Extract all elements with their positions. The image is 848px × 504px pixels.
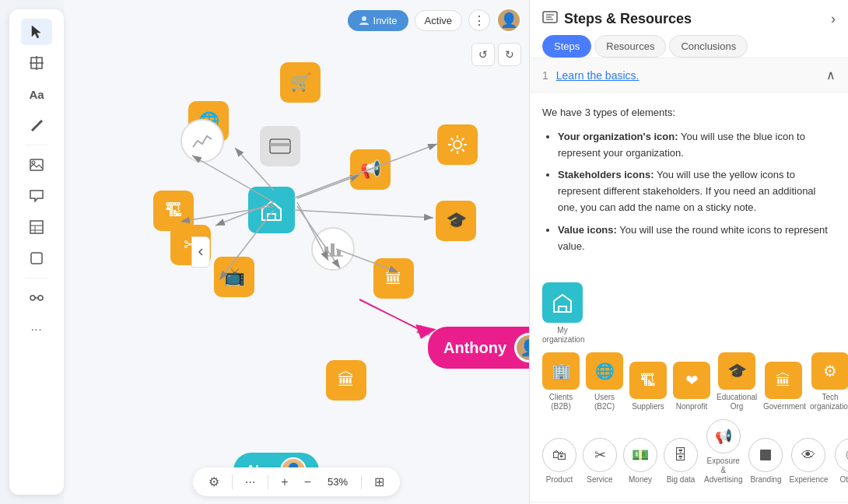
svg-rect-10 bbox=[31, 253, 42, 264]
minus-button[interactable]: − bbox=[301, 474, 314, 491]
icon-suppliers: 🏗 Suppliers bbox=[629, 362, 667, 411]
tool-text[interactable]: Aa bbox=[21, 81, 52, 107]
bullet-2-bold: Stakeholders icons: bbox=[558, 169, 654, 180]
node-temple-right[interactable]: 🏛 bbox=[373, 258, 414, 299]
node-card[interactable] bbox=[260, 126, 300, 166]
icon-nonprofit: ❤ Nonprofit bbox=[673, 362, 710, 411]
icon-government-box: 🏛 bbox=[765, 362, 802, 399]
icon-government: 🏛 Government bbox=[763, 362, 804, 411]
svg-point-13 bbox=[38, 296, 43, 300]
icon-product-box: 🛍 bbox=[542, 438, 576, 472]
icon-experience-label: Experience bbox=[789, 475, 828, 485]
tool-comment[interactable] bbox=[21, 183, 52, 209]
icon-branding-box bbox=[748, 438, 783, 472]
svg-rect-33 bbox=[337, 250, 341, 256]
icon-tech-box: ⚙ bbox=[811, 352, 848, 390]
left-toolbar: Aa ··· bbox=[9, 9, 64, 495]
invite-button[interactable]: Invite bbox=[348, 10, 408, 31]
node-house-teal[interactable] bbox=[248, 187, 295, 233]
panel-expand-button[interactable]: › bbox=[831, 11, 836, 27]
panel-title-row: Steps & Resources › bbox=[542, 11, 836, 27]
divider-3 bbox=[361, 475, 362, 489]
icon-product: 🛍 Product bbox=[542, 438, 576, 485]
icon-tech-label: Tech organizations bbox=[810, 393, 848, 411]
svg-rect-6 bbox=[30, 221, 43, 233]
icon-educational: 🎓 Educational Org bbox=[717, 352, 757, 411]
map-button[interactable]: ⊞ bbox=[371, 473, 387, 491]
node-megaphone[interactable]: 📢 bbox=[350, 149, 391, 190]
tool-pen[interactable] bbox=[21, 112, 52, 138]
icon-money: 💵 Money bbox=[623, 438, 657, 485]
tab-conclusions[interactable]: Conclusions bbox=[669, 35, 748, 58]
anthony-avatar: 👤 bbox=[514, 333, 529, 362]
icon-clients-box: 🏢 bbox=[542, 352, 580, 390]
right-panel: Steps & Resources › Steps Resources Conc… bbox=[529, 0, 848, 504]
icon-others-label: Others bbox=[839, 475, 848, 485]
icon-branding: Branding bbox=[748, 438, 783, 485]
tab-resources[interactable]: Resources bbox=[594, 35, 666, 58]
icon-grid: My organization 🏢 Clients (B2B) 🌐 Users … bbox=[530, 273, 848, 502]
toolbar-divider-1 bbox=[25, 145, 48, 145]
step-1-chevron: ∧ bbox=[826, 68, 836, 82]
icon-educational-box: 🎓 bbox=[718, 352, 755, 390]
my-org-label: My organization bbox=[542, 326, 583, 345]
toolbar-divider-2 bbox=[25, 278, 48, 278]
undo-button[interactable]: ↺ bbox=[471, 43, 495, 66]
icon-suppliers-label: Suppliers bbox=[632, 402, 664, 411]
step-1-header[interactable]: 1 Learn the basics. ∧ bbox=[530, 58, 848, 92]
undo-redo-controls: ↺ ↻ bbox=[471, 43, 521, 66]
icon-exposure-label: Exposure & Advertising bbox=[704, 457, 742, 485]
canvas[interactable]: Invite Active ⋮ 👤 ↺ ↻ bbox=[64, 0, 529, 504]
icon-government-label: Government bbox=[763, 402, 804, 411]
icon-users-box: 🌐 bbox=[586, 352, 623, 390]
add-button[interactable]: + bbox=[278, 474, 291, 491]
svg-rect-29 bbox=[270, 143, 290, 146]
tool-image[interactable] bbox=[21, 152, 52, 178]
active-label: Active bbox=[425, 15, 452, 26]
node-temple-bottom[interactable]: 🏛 bbox=[326, 360, 366, 401]
icon-users-label: Users (B2C) bbox=[586, 393, 623, 411]
node-graph[interactable] bbox=[180, 119, 224, 163]
svg-rect-40 bbox=[760, 450, 771, 460]
icon-product-label: Product bbox=[546, 475, 573, 485]
bullet-1-bold: Your organization's icon: bbox=[558, 131, 678, 142]
value-icons-row: 🛍 Product ✂ Service 💵 Money 🗄 Big data 📢 bbox=[542, 419, 836, 485]
tab-steps[interactable]: Steps bbox=[542, 35, 591, 58]
icon-clients-label: Clients (B2B) bbox=[542, 393, 580, 411]
active-badge: Active bbox=[415, 10, 462, 31]
svg-line-24 bbox=[293, 210, 433, 218]
tool-table[interactable] bbox=[21, 214, 52, 240]
icon-service: ✂ Service bbox=[583, 438, 617, 485]
bottom-bar: ⚙ ··· + − 53% ⊞ bbox=[193, 467, 400, 496]
more-options-button[interactable]: ··· bbox=[242, 474, 258, 491]
bullet-3: Value icons: You will use the round whit… bbox=[558, 222, 836, 255]
settings-button[interactable]: ⚙ bbox=[205, 473, 223, 491]
step-1-number: 1 bbox=[542, 69, 548, 82]
invite-label: Invite bbox=[373, 15, 398, 26]
node-tv[interactable]: 📺 bbox=[214, 257, 254, 297]
tool-frame[interactable] bbox=[21, 50, 52, 76]
tool-more[interactable]: ··· bbox=[21, 316, 52, 342]
org-icon-row: My organization bbox=[542, 282, 836, 345]
tool-shape[interactable] bbox=[21, 245, 52, 271]
icon-others-box bbox=[835, 438, 849, 472]
node-cart[interactable]: 🛒 bbox=[280, 62, 321, 103]
icon-money-box: 💵 bbox=[623, 438, 657, 472]
my-org-icon: My organization bbox=[542, 282, 583, 345]
user-avatar: 👤 bbox=[496, 8, 521, 33]
tool-cursor[interactable] bbox=[21, 19, 52, 45]
node-gear-top[interactable] bbox=[437, 124, 478, 165]
svg-point-11 bbox=[30, 296, 35, 300]
icon-clients: 🏢 Clients (B2B) bbox=[542, 352, 580, 411]
step-1-title[interactable]: Learn the basics. bbox=[556, 69, 826, 82]
canvas-more-button[interactable]: ⋮ bbox=[468, 9, 490, 31]
node-barchart[interactable] bbox=[311, 227, 355, 271]
anthony-text: Anthony bbox=[443, 339, 506, 357]
node-education[interactable]: 🎓 bbox=[436, 201, 476, 241]
panel-collapse-arrow[interactable] bbox=[191, 236, 210, 268]
icon-suppliers-box: 🏗 bbox=[629, 362, 667, 399]
zoom-level: 53% bbox=[324, 476, 352, 488]
redo-button[interactable]: ↻ bbox=[498, 43, 521, 66]
icon-educational-label: Educational Org bbox=[717, 393, 757, 411]
tool-connector[interactable] bbox=[21, 285, 52, 311]
